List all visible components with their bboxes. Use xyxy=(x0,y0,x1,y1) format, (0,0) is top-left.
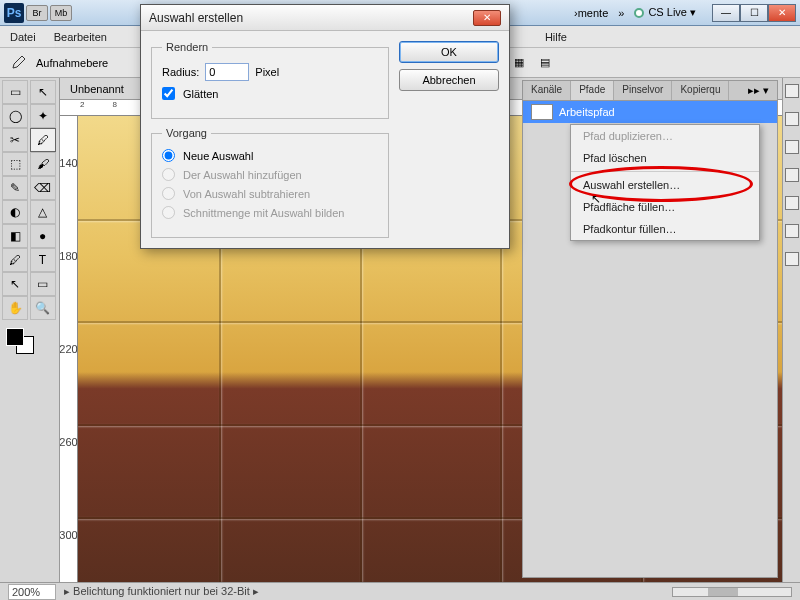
antialias-label: Glätten xyxy=(183,88,218,100)
tool-path-select[interactable]: ↖ xyxy=(2,272,28,296)
panel-tabbar: Kanäle Pfade Pinselvor Kopierqu ▸▸ ▾ xyxy=(523,81,777,101)
tool-marquee[interactable]: ▭ xyxy=(2,80,28,104)
op-intersect-label: Schnittmenge mit Auswahl bilden xyxy=(183,207,344,219)
tool-crop[interactable]: ✂ xyxy=(2,128,28,152)
tool-dodge[interactable]: ◧ xyxy=(2,224,28,248)
foreground-swatch[interactable] xyxy=(6,328,24,346)
photoshop-icon: Ps xyxy=(4,3,24,23)
status-message: ▸ Belichtung funktioniert nur bei 32-Bit… xyxy=(64,585,259,598)
dialog-close-button[interactable]: ✕ xyxy=(473,10,501,26)
tool-type[interactable]: T xyxy=(30,248,56,272)
tool-blur[interactable]: △ xyxy=(30,200,56,224)
tool-wand[interactable]: ✦ xyxy=(30,104,56,128)
ruler-tick: 180 xyxy=(60,250,78,262)
path-row-workpath[interactable]: Arbeitspfad xyxy=(523,101,777,123)
ctx-duplicate-path: Pfad duplizieren… xyxy=(571,125,759,147)
paths-context-menu: Pfad duplizieren… Pfad löschen Auswahl e… xyxy=(570,124,760,241)
options-icon-2[interactable]: ▤ xyxy=(540,56,556,70)
chevron-expand-icon[interactable]: » xyxy=(618,7,624,19)
ctx-make-selection[interactable]: Auswahl erstellen… ↖ xyxy=(571,174,759,196)
close-button[interactable]: ✕ xyxy=(768,4,796,22)
ok-button[interactable]: OK xyxy=(399,41,499,63)
menu-edit[interactable]: Bearbeiten xyxy=(54,31,107,43)
options-icon-1[interactable]: ▦ xyxy=(514,56,530,70)
path-thumbnail xyxy=(531,104,553,120)
tool-gradient[interactable]: ◐ xyxy=(2,200,28,224)
tab-clone[interactable]: Kopierqu xyxy=(672,81,729,100)
dock-history-icon[interactable] xyxy=(785,84,799,98)
op-intersect-radio xyxy=(162,206,175,219)
document-tab-label: Unbenannt xyxy=(70,83,124,95)
tool-lasso[interactable]: ◯ xyxy=(2,104,28,128)
radius-input[interactable] xyxy=(205,63,249,81)
tab-channels[interactable]: Kanäle xyxy=(523,81,571,100)
cs-live-dot-icon xyxy=(634,8,644,18)
minimize-button[interactable]: — xyxy=(712,4,740,22)
radius-label: Radius: xyxy=(162,66,199,78)
op-sub-label: Von Auswahl subtrahieren xyxy=(183,188,310,200)
tab-paths[interactable]: Pfade xyxy=(571,81,614,100)
status-bar: 200% ▸ Belichtung funktioniert nur bei 3… xyxy=(0,582,800,600)
tools-panel: ▭ ↖ ◯ ✦ ✂ 🖊 ⬚ 🖌 ✎ ⌫ ◐ △ ◧ ● 🖊 T ↖ ▭ ✋ 🔍 xyxy=(0,78,60,582)
ruler-tick: 300 xyxy=(60,529,78,541)
ctx-stroke-path[interactable]: Pfadkontur füllen… xyxy=(571,218,759,240)
eyedropper-icon xyxy=(10,55,26,71)
make-selection-dialog: Auswahl erstellen ✕ Rendern Radius: Pixe… xyxy=(140,4,510,249)
cs-live-label: CS Live ▾ xyxy=(648,6,696,19)
workspace-label[interactable]: ›mente xyxy=(574,7,608,19)
ruler-vertical: 140 180 220 260 300 xyxy=(60,116,78,582)
cursor-icon: ↖ xyxy=(591,192,601,206)
dialog-title: Auswahl erstellen xyxy=(149,11,243,25)
dock-swatches-icon[interactable] xyxy=(785,140,799,154)
render-legend: Rendern xyxy=(162,41,212,53)
operation-fieldset: Vorgang Neue Auswahl Der Auswahl hinzufü… xyxy=(151,127,389,238)
minibridge-button[interactable]: Mb xyxy=(50,5,72,21)
op-new-radio[interactable] xyxy=(162,149,175,162)
dock-color-icon[interactable] xyxy=(785,112,799,126)
ctx-separator xyxy=(571,171,759,172)
right-dock xyxy=(782,78,800,582)
tool-patch[interactable]: ⬚ xyxy=(2,152,28,176)
op-add-radio xyxy=(162,168,175,181)
tool-pen[interactable]: ● xyxy=(30,224,56,248)
ruler-tick: 140 xyxy=(60,157,78,169)
tool-shape[interactable]: ▭ xyxy=(30,272,56,296)
horizontal-scrollbar[interactable] xyxy=(672,587,792,597)
operation-legend: Vorgang xyxy=(162,127,211,139)
cancel-button[interactable]: Abbrechen xyxy=(399,69,499,91)
menu-file[interactable]: Datei xyxy=(10,31,36,43)
color-swatches[interactable] xyxy=(2,326,57,354)
panel-menu-button[interactable]: ▸▸ ▾ xyxy=(740,81,777,100)
tool-brush[interactable]: 🖌 xyxy=(30,152,56,176)
cs-live-button[interactable]: CS Live ▾ xyxy=(634,6,696,19)
op-new-label: Neue Auswahl xyxy=(183,150,253,162)
path-name-label: Arbeitspfad xyxy=(559,106,615,118)
dock-info-icon[interactable] xyxy=(785,224,799,238)
tab-brushes[interactable]: Pinselvor xyxy=(614,81,672,100)
dock-layers-icon[interactable] xyxy=(785,252,799,266)
zoom-field[interactable]: 200% xyxy=(8,584,56,600)
tool-eraser[interactable]: ⌫ xyxy=(30,176,56,200)
menu-help[interactable]: Hilfe xyxy=(545,31,567,43)
dock-actions-icon[interactable] xyxy=(785,196,799,210)
tool-grid: ▭ ↖ ◯ ✦ ✂ 🖊 ⬚ 🖌 ✎ ⌫ ◐ △ ◧ ● 🖊 T ↖ ▭ ✋ 🔍 xyxy=(2,80,57,320)
ctx-make-selection-label: Auswahl erstellen… xyxy=(583,179,680,191)
tool-stamp[interactable]: ✎ xyxy=(2,176,28,200)
ruler-tick: 260 xyxy=(60,436,78,448)
op-sub-radio xyxy=(162,187,175,200)
tool-move[interactable]: ↖ xyxy=(30,80,56,104)
dialog-titlebar[interactable]: Auswahl erstellen ✕ xyxy=(141,5,509,31)
tool-pen2[interactable]: 🖊 xyxy=(2,248,28,272)
sample-label: Aufnahmebere xyxy=(36,57,108,69)
maximize-button[interactable]: ☐ xyxy=(740,4,768,22)
ruler-tick: 220 xyxy=(60,343,78,355)
ctx-delete-path[interactable]: Pfad löschen xyxy=(571,147,759,169)
dock-styles-icon[interactable] xyxy=(785,168,799,182)
op-add-label: Der Auswahl hinzufügen xyxy=(183,169,302,181)
tool-eyedropper[interactable]: 🖊 xyxy=(30,128,56,152)
radius-unit-label: Pixel xyxy=(255,66,279,78)
antialias-checkbox[interactable] xyxy=(162,87,175,100)
tool-zoom[interactable]: 🔍 xyxy=(30,296,56,320)
bridge-button[interactable]: Br xyxy=(26,5,48,21)
tool-hand[interactable]: ✋ xyxy=(2,296,28,320)
